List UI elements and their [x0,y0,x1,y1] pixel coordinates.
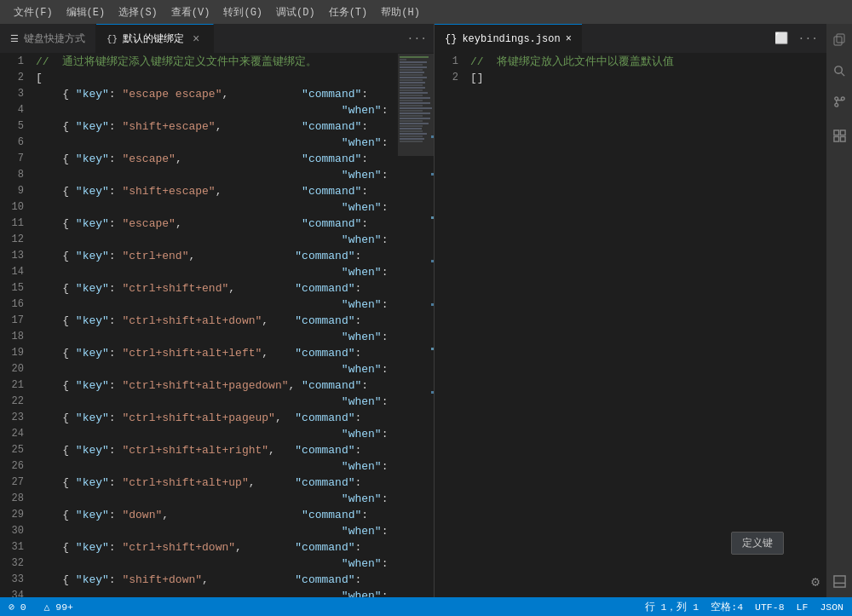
menubar: 文件(F) 编辑(E) 选择(S) 查看(V) 转到(G) 调试(D) 任务(T… [0,0,852,24]
menu-debug[interactable]: 调试(D) [269,3,322,21]
svg-rect-13 [833,575,844,586]
left-code-scroll[interactable]: 1 // 通过将键绑定添入键绑定定义文件中来覆盖键绑定。 2 [ 3 { "ke… [0,54,398,597]
code-row-34: 34 "when": [0,588,398,597]
statusbar: ⊘ 0 △ 99+ 行 1，列 1 空格:4 UTF-8 LF JSON [0,597,852,616]
line-content-22: "when": [32,394,398,410]
language-mode[interactable]: JSON [820,602,843,613]
layout-icon[interactable] [830,572,849,590]
code-row-26: 26 "when": [0,458,398,475]
line-num-29: 29 [0,507,32,523]
split-editor-button[interactable]: ⬜ [771,30,792,47]
code-row-32: 32 "when": [0,556,398,572]
svg-point-2 [834,66,841,72]
cursor-position[interactable]: 行 1，列 1 [645,601,699,613]
line-content-19: { "key": "ctrl+shift+alt+left", "command… [32,345,398,361]
line-content-27: { "key": "ctrl+shift+alt+up", "command": [32,475,398,491]
code-row-18: 18 "when": [0,329,398,345]
line-content-1: // 通过将键绑定添入键绑定定义文件中来覆盖键绑定。 [32,54,398,70]
tab-more-button[interactable]: ··· [400,24,434,53]
right-tab-json-icon: {} [445,33,457,45]
line-content-32: "when": [32,556,398,572]
line-content-30: "when": [32,523,398,539]
code-row-6: 6 "when": [0,135,398,151]
line-num-30: 30 [0,523,32,539]
gear-icon[interactable]: ⚙ [811,575,820,590]
right-code-area[interactable]: 1 // 将键绑定放入此文件中以覆盖默认值 2 [] 定义键 ⚙ [435,54,826,597]
search-icon[interactable] [830,61,849,80]
line-content-13: { "key": "ctrl+end", "command": [32,248,398,264]
right-activity-bar [826,24,852,597]
line-content-34: "when": [32,588,398,597]
line-num-7: 7 [0,151,32,167]
code-row-11: 11 { "key": "escape", "command": [0,216,398,232]
code-row-15: 15 { "key": "ctrl+shift+end", "command": [0,280,398,296]
line-content-20: "when": [32,361,398,377]
indentation[interactable]: 空格:4 [711,601,743,613]
right-tab-close-icon[interactable]: × [566,33,572,45]
more-actions-button[interactable]: ··· [795,31,821,47]
code-row-21: 21 { "key": "ctrl+shift+alt+pagedown", "… [0,377,398,394]
gear-icon-container: ⚙ [811,573,820,590]
line-ending[interactable]: LF [797,602,809,613]
line-num-32: 32 [0,556,32,572]
svg-rect-0 [834,37,842,45]
copy-editor-icon[interactable] [830,31,849,49]
menu-goto[interactable]: 转到(G) [216,3,269,21]
line-num-2: 2 [0,70,32,86]
line-content-2: [ [32,70,398,86]
line-content-15: { "key": "ctrl+shift+end", "command": [32,280,398,296]
code-row-25: 25 { "key": "ctrl+shift+alt+right", "com… [0,442,398,458]
tab-default-keybindings[interactable]: {} 默认的键绑定 × [96,24,214,53]
right-code-row-2: 2 [] [435,70,826,86]
right-line-content-2: [] [467,70,826,86]
define-key-button[interactable]: 定义键 [731,532,784,555]
line-content-7: { "key": "escape", "command": [32,151,398,167]
tab-close-icon[interactable]: × [189,32,203,46]
statusbar-right: 行 1，列 1 空格:4 UTF-8 LF JSON [645,601,843,613]
line-num-4: 4 [0,102,32,118]
right-line-num-1: 1 [435,54,467,70]
svg-rect-12 [840,136,845,141]
menu-help[interactable]: 帮助(H) [374,3,427,21]
encoding[interactable]: UTF-8 [755,602,785,613]
code-row-28: 28 "when": [0,491,398,507]
line-num-25: 25 [0,442,32,458]
menu-edit[interactable]: 编辑(E) [60,3,112,21]
line-num-26: 26 [0,458,32,475]
menu-view[interactable]: 查看(V) [164,3,217,21]
code-row-27: 27 { "key": "ctrl+shift+alt+up", "comman… [0,475,398,491]
menu-select[interactable]: 选择(S) [112,3,164,21]
left-code-table: 1 // 通过将键绑定添入键绑定定义文件中来覆盖键绑定。 2 [ 3 { "ke… [0,54,398,597]
line-num-27: 27 [0,475,32,491]
code-row-19: 19 { "key": "ctrl+shift+alt+left", "comm… [0,345,398,361]
code-row-10: 10 "when": [0,199,398,216]
line-num-17: 17 [0,313,32,329]
line-content-28: "when": [32,491,398,507]
code-row-2: 2 [ [0,70,398,86]
right-code-row-1: 1 // 将键绑定放入此文件中以覆盖默认值 [435,54,826,70]
menu-task[interactable]: 任务(T) [322,3,375,21]
code-row-5: 5 { "key": "shift+escape", "command": [0,118,398,135]
line-content-12: "when": [32,232,398,248]
git-icon[interactable] [830,92,849,111]
line-num-24: 24 [0,426,32,442]
line-content-14: "when": [32,264,398,280]
tab-keyboard-label: 键盘快捷方式 [24,32,85,46]
right-editor-wrap: {} keybindings.json × ⬜ ··· 1 // 将键绑定放入此… [435,24,852,597]
error-count[interactable]: ⊘ 0 △ 99+ [9,601,73,613]
line-content-16: "when": [32,296,398,313]
warning-number: 99+ [55,602,73,613]
svg-rect-11 [833,136,838,141]
extensions-icon[interactable] [830,126,849,145]
menu-file[interactable]: 文件(F) [7,3,60,21]
code-row-16: 16 "when": [0,296,398,313]
line-num-11: 11 [0,216,32,232]
tab-keybindings-json[interactable]: {} keybindings.json × [435,24,582,53]
minimap-thumb[interactable] [398,54,434,156]
line-num-31: 31 [0,539,32,556]
line-content-6: "when": [32,135,398,151]
tab-keyboard-shortcuts[interactable]: ☰ 键盘快捷方式 [0,24,96,53]
code-row-24: 24 "when": [0,426,398,442]
line-content-33: { "key": "shift+down", "command": [32,572,398,588]
editors-area: ☰ 键盘快捷方式 {} 默认的键绑定 × ··· 1 // 通过将键绑定添入键绑… [0,24,852,597]
